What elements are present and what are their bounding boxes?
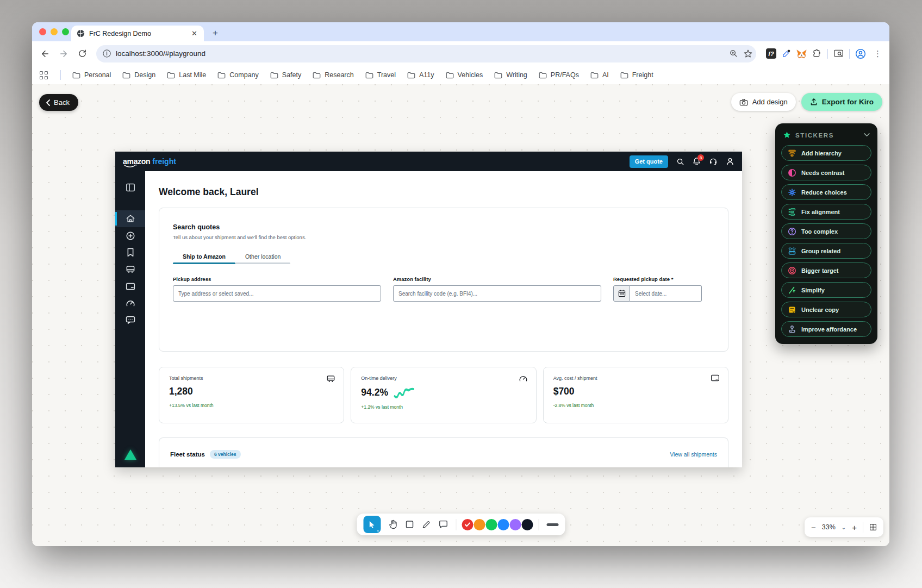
sticker-label: Fix alignment [801,209,840,215]
tab-search-extension-icon[interactable] [833,49,844,58]
forward-nav-icon[interactable] [56,46,71,61]
zoom-in-button[interactable]: + [852,523,857,532]
back-button[interactable]: Back [39,94,78,111]
zoom-separator [863,522,863,533]
sidebar-item-billing[interactable] [115,278,145,295]
bookmark-folder[interactable]: Travel [365,71,396,79]
app-search-icon[interactable] [676,158,684,166]
sticker-add-hierarchy[interactable]: Add hierarchy [781,145,871,161]
marker-color-red-selected[interactable] [462,519,473,530]
sticker-fix-alignment[interactable]: Fix alignment [781,204,871,220]
playground-canvas[interactable]: Back Add design Export for Kiro amazon f… [32,84,889,546]
comment-tool-button[interactable] [438,520,448,529]
bookmarks-bar: Personal Design Last Mile Company Safety… [32,66,889,84]
stat-delta: -2.8% vs last month [553,403,718,408]
minimize-window-button[interactable] [51,28,58,35]
tab-ship-to-amazon[interactable]: Ship to Amazon [173,253,235,264]
bookmark-folder[interactable]: Personal [72,71,111,79]
apps-grid-icon[interactable] [40,71,48,79]
reload-icon[interactable] [74,46,90,61]
zoom-page-icon[interactable] [729,49,738,58]
bookmark-folder[interactable]: Vehicles [446,71,483,79]
chevron-down-icon[interactable] [864,133,870,137]
marker-color-orange[interactable] [474,519,485,530]
sidebar-item-performance[interactable] [115,295,145,311]
zoom-chevron-down-icon[interactable]: ⌄ [842,524,846,530]
bookmark-folder[interactable]: Writing [494,71,527,79]
bookmark-star-icon[interactable] [743,49,753,59]
metamask-extension-icon[interactable] [796,49,807,59]
simplify-pencil-icon [788,286,796,295]
sidebar-item-messages[interactable] [115,311,145,328]
notifications-bell-icon[interactable]: 3 [693,157,701,166]
browser-tab[interactable]: FrC Redesign Demo ✕ [71,26,204,41]
profile-avatar-icon[interactable] [855,48,866,59]
pickup-address-input[interactable] [173,285,381,302]
sticker-improve-affordance[interactable]: Improve affordance [781,321,871,337]
eyedropper-extension-icon[interactable] [782,49,791,58]
bookmark-folder[interactable]: PR/FAQs [539,71,579,79]
extensions-puzzle-icon[interactable] [812,49,822,59]
hand-tool-button[interactable] [388,520,397,529]
marker-color-purple[interactable] [509,519,521,530]
export-for-kiro-button[interactable]: Export for Kiro [801,93,882,111]
bookmark-folder[interactable]: Design [122,71,155,79]
font-inspector-extension-icon[interactable]: f? [766,48,776,59]
support-headset-icon[interactable] [709,157,718,166]
bookmark-folder[interactable]: Company [217,71,259,79]
sidebar-collapse-icon[interactable] [126,183,135,192]
camera-icon [739,98,748,106]
truck-icon [126,265,135,274]
sidebar-item-home[interactable] [115,210,145,227]
close-window-button[interactable] [39,28,46,35]
marker-color-blue[interactable] [497,519,509,530]
new-tab-button[interactable]: + [208,26,222,40]
add-design-button[interactable]: Add design [731,93,796,111]
sticker-unclear-copy[interactable]: Unclear copy [781,302,871,317]
tab-close-icon[interactable]: ✕ [190,29,198,37]
marker-color-black[interactable] [521,519,533,530]
select-tool-button[interactable]: v [363,516,381,533]
pickup-date-input[interactable] [630,285,702,302]
url-bar[interactable]: localhost:3000/#playground [96,45,756,62]
marker-color-green[interactable] [485,519,497,530]
account-person-icon[interactable] [726,157,734,166]
zoom-level[interactable]: 33% [822,523,836,531]
bookmark-folder[interactable]: A11y [407,71,434,79]
sticker-reduce-choices[interactable]: Reduce choices [781,184,871,200]
back-nav-icon[interactable] [38,46,53,61]
sidebar-item-saved[interactable] [115,244,145,261]
pencil-tool-button[interactable] [421,520,431,529]
sticker-bigger-target[interactable]: Bigger target [781,262,871,278]
sticker-needs-contrast[interactable]: Needs contrast [781,165,871,180]
amazon-facility-input[interactable] [393,285,601,302]
sticker-group-related[interactable]: Group related [781,243,871,259]
url-text[interactable]: localhost:3000/#playground [116,49,724,58]
bookmark-folder[interactable]: Last Mile [167,71,206,79]
toolbar-separator [827,49,828,59]
bookmark-folder[interactable]: AI [590,71,609,79]
view-all-shipments-link[interactable]: View all shipments [670,451,717,458]
rectangle-tool-button[interactable] [405,520,414,529]
browser-menu-icon[interactable]: ⋮ [871,49,884,58]
calendar-button[interactable] [613,285,630,302]
sidebar-item-new-quote[interactable] [115,227,145,244]
bookmark-label: Writing [506,71,527,79]
collapse-toolbar-handle[interactable] [546,523,558,526]
sticker-simplify[interactable]: Simplify [781,282,871,298]
bookmark-folder[interactable]: Research [313,71,354,79]
sticker-too-complex[interactable]: Too complex [781,223,871,239]
bookmark-folder[interactable]: Safety [270,71,301,79]
maximize-window-button[interactable] [62,28,69,35]
zoom-out-button[interactable]: − [811,523,816,532]
design-frame[interactable]: amazon freight Get quote 3 [115,152,742,467]
bookmark-icon [127,248,134,257]
grid-view-icon[interactable] [869,523,877,531]
stat-delta: +1.2% vs last month [361,404,526,410]
sidebar-item-shipments[interactable] [115,261,145,278]
bookmark-folder[interactable]: Freight [620,71,653,79]
amazon-freight-logo[interactable]: amazon freight [123,157,176,166]
tab-other-location[interactable]: Other location [235,253,290,264]
site-info-icon[interactable] [103,49,111,58]
get-quote-button[interactable]: Get quote [630,155,668,168]
